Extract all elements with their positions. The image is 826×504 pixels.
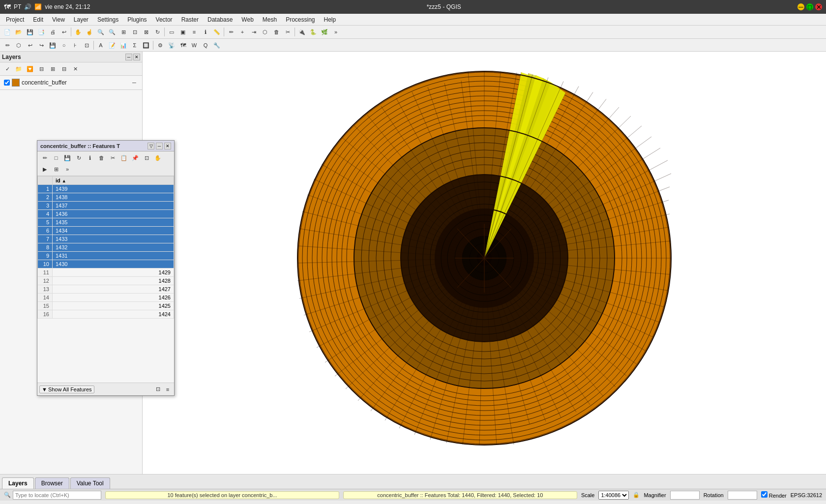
menu-web[interactable]: Web: [237, 15, 257, 24]
table-row[interactable]: 51435: [38, 218, 174, 227]
ft-edit-button[interactable]: ✏: [39, 152, 50, 163]
maximize-button[interactable]: □: [806, 3, 813, 10]
menu-raster[interactable]: Raster: [177, 15, 203, 24]
new-project-button[interactable]: 📄: [2, 27, 13, 37]
plugins-button[interactable]: 🔌: [296, 27, 307, 37]
add-feature-button[interactable]: +: [237, 27, 248, 37]
ft-field-calc-button[interactable]: ⊞: [51, 164, 61, 175]
layers-minimize-button[interactable]: ─: [125, 54, 132, 60]
tab-layers[interactable]: Layers: [2, 477, 34, 489]
python-button[interactable]: 🐍: [308, 27, 319, 37]
layer-collapse-button[interactable]: ⊟: [59, 63, 69, 74]
cut-button[interactable]: ✂: [282, 27, 293, 37]
node-edit-button[interactable]: ⬡: [13, 40, 24, 51]
node-tool-button[interactable]: ⬡: [260, 27, 270, 37]
osm-button[interactable]: 🗺: [177, 40, 188, 51]
layer-options-button[interactable]: ─: [130, 79, 138, 87]
menu-view[interactable]: View: [48, 15, 69, 24]
ft-zoom-icon[interactable]: ⊡: [153, 385, 162, 394]
save-as-button[interactable]: 📑: [36, 27, 47, 37]
table-row[interactable]: 31437: [38, 202, 174, 210]
table-row[interactable]: 111429: [38, 268, 174, 277]
ft-delete-button[interactable]: 🗑: [96, 152, 107, 163]
ft-columns-icon[interactable]: ≡: [163, 385, 172, 394]
grass-button[interactable]: 🌿: [319, 27, 330, 37]
layer-remove-button[interactable]: ✕: [70, 63, 81, 74]
attribute-table-button[interactable]: ≡: [189, 27, 200, 37]
table-row[interactable]: 91431: [38, 252, 174, 260]
layer-add-button[interactable]: ✓: [2, 63, 13, 74]
save-project-button[interactable]: 💾: [25, 27, 35, 37]
wms-button[interactable]: W: [189, 40, 200, 51]
ft-restore-button[interactable]: ▽: [148, 143, 154, 149]
menu-edit[interactable]: Edit: [29, 15, 47, 24]
advanced-digit-button[interactable]: ⚙: [155, 40, 166, 51]
menu-mesh[interactable]: Mesh: [259, 15, 281, 24]
redo-button[interactable]: ↪: [36, 40, 47, 51]
extra-button[interactable]: 🔧: [211, 40, 222, 51]
ft-actions-button[interactable]: ▶: [39, 164, 50, 175]
layers-close-button[interactable]: ✕: [133, 54, 140, 60]
scale-select[interactable]: 1:40086: [598, 491, 629, 500]
tab-value-tool[interactable]: Value Tool: [70, 477, 110, 489]
menu-project[interactable]: Project: [2, 15, 28, 24]
ft-close-button[interactable]: ✕: [164, 143, 171, 149]
table-row[interactable]: 141426: [38, 294, 174, 302]
pencil-button[interactable]: ✏: [2, 40, 13, 51]
table-row[interactable]: 11439: [38, 185, 174, 193]
magnifier-input[interactable]: 100%: [670, 491, 700, 500]
ft-copy-button[interactable]: 📋: [118, 152, 129, 163]
map-area[interactable]: [143, 52, 826, 474]
locate-input[interactable]: [13, 491, 101, 500]
zoom-in-button[interactable]: 🔍: [95, 27, 106, 37]
refresh-button[interactable]: ↻: [152, 27, 163, 37]
table-row[interactable]: 71433: [38, 235, 174, 243]
select-features-button[interactable]: ▣: [177, 27, 188, 37]
window-controls[interactable]: ─ □ ✕: [797, 3, 822, 10]
menu-settings[interactable]: Settings: [93, 15, 122, 24]
diagram-button[interactable]: 📊: [118, 40, 129, 51]
ft-pan-selected-button[interactable]: ✋: [152, 152, 163, 163]
menu-vector[interactable]: Vector: [152, 15, 177, 24]
feature-table-scroll[interactable]: id ▲ 11439214383143741436514356143471433…: [37, 176, 174, 383]
ft-zoom-selected-button[interactable]: ⊡: [141, 152, 152, 163]
show-all-features-button[interactable]: ▼ Show All Features: [39, 385, 94, 393]
split-button[interactable]: ⊦: [70, 40, 81, 51]
ft-info-button[interactable]: ℹ: [85, 152, 95, 163]
minimize-button[interactable]: ─: [797, 3, 804, 10]
layer-visibility-checkbox[interactable]: [4, 80, 10, 86]
layer-filter-button[interactable]: 🔽: [25, 63, 35, 74]
identify-button[interactable]: ℹ: [200, 27, 211, 37]
render-checkbox[interactable]: [761, 491, 767, 498]
print-button[interactable]: 🖨: [47, 27, 58, 37]
label-button[interactable]: A: [95, 40, 106, 51]
ft-cut-button[interactable]: ✂: [107, 152, 118, 163]
layer-group-button[interactable]: 📁: [13, 63, 24, 74]
move-feature-button[interactable]: ⇥: [248, 27, 259, 37]
menu-layer[interactable]: Layer: [70, 15, 92, 24]
delete-button[interactable]: 🗑: [271, 27, 282, 37]
add-ring-button[interactable]: ○: [59, 40, 69, 51]
undo-button[interactable]: ↩: [59, 27, 69, 37]
table-row[interactable]: 101430: [38, 260, 174, 268]
gps-button[interactable]: 📡: [166, 40, 177, 51]
ft-toggle-edit-button[interactable]: □: [51, 152, 61, 163]
table-row[interactable]: 161424: [38, 310, 174, 319]
stats-button[interactable]: Σ: [129, 40, 140, 51]
more-tools-button[interactable]: »: [330, 27, 341, 37]
ft-minimize-button[interactable]: ─: [156, 143, 163, 149]
zoom-out-button[interactable]: 🔍: [107, 27, 118, 37]
ft-refresh-button[interactable]: ↻: [73, 152, 84, 163]
close-button[interactable]: ✕: [815, 3, 822, 10]
menu-help[interactable]: Help: [320, 15, 340, 24]
qgis-icon-button[interactable]: Q: [200, 40, 211, 51]
ft-paste-button[interactable]: 📌: [130, 152, 141, 163]
undo2-button[interactable]: ↩: [25, 40, 35, 51]
ft-more-button[interactable]: »: [62, 164, 73, 175]
ft-save-edits-button[interactable]: 💾: [62, 152, 73, 163]
table-row[interactable]: 131427: [38, 285, 174, 294]
zoom-selection-button[interactable]: ⊡: [129, 27, 140, 37]
pan-button[interactable]: ✋: [73, 27, 84, 37]
table-row[interactable]: 121428: [38, 277, 174, 285]
menu-plugins[interactable]: Plugins: [123, 15, 150, 24]
